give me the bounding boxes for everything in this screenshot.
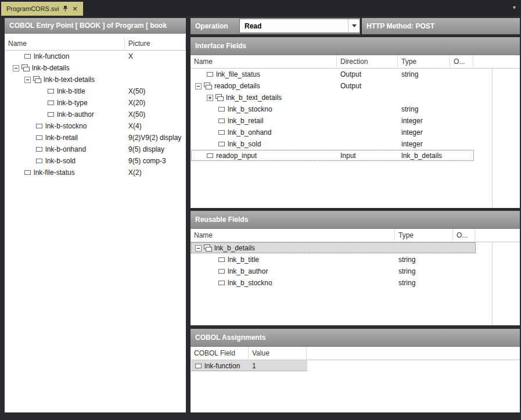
column-header-name[interactable]: Name [5,37,125,49]
field-icon [195,364,202,368]
column-header-name[interactable]: Name [191,229,395,241]
row-name-cell: lnk_b_onhand [191,128,271,137]
cobol-entry-point-panel: COBOL Entry Point [ BOOK ] of Program [ … [5,18,186,412]
table-row[interactable]: lnk-b-onhand9(5) display [5,143,186,155]
row-cell: string [398,267,415,275]
interface-fields-section: Interface Fields NameDirectionTypeO...ln… [191,37,520,208]
field-icon [207,72,213,77]
row-cell: string [401,105,418,113]
row-name-cell: readop_details [191,82,260,90]
tab-programcors-svi[interactable]: ProgramCORS.svi ✕ [1,2,83,16]
table-row[interactable]: lnk-b-text-details [5,74,186,85]
table-row[interactable]: lnk-functionX [5,51,186,62]
expand-icon[interactable] [207,95,213,101]
field-icon [218,119,225,123]
column-header-type[interactable]: Type [395,229,453,241]
row-name-cell: lnk-b-title [5,87,85,95]
row-cell: 9(2)V9(2) display [128,134,181,142]
row-cell: 1 [252,362,256,370]
chevron-down-icon[interactable]: ▾ [513,4,516,10]
row-name-cell: lnk-b-text-details [5,76,95,84]
interface-fields-header: Interface Fields [191,37,520,55]
row-cell: Output [340,82,361,90]
table-row[interactable]: lnk-b-typeX(20) [5,97,186,109]
row-label: lnk-file-status [34,168,75,177]
row-name-cell: readop_input [191,152,257,160]
table-row[interactable]: lnk_b_authorstring [191,265,520,277]
http-method-label: HTTP Method: POST [362,18,520,34]
row-name-cell: lnk-b-details [5,64,70,72]
column-header-direction[interactable]: Direction [337,55,398,67]
column-header-type[interactable]: Type [398,55,450,67]
table-row[interactable]: lnk-b-sold9(5) comp-3 [5,155,186,167]
table-row[interactable]: lnk-function1 [191,360,520,372]
column-header-o-[interactable]: O... [450,55,473,67]
row-label: lnk-b-details [32,64,70,72]
operation-select[interactable]: Read [239,19,360,33]
collapse-icon[interactable] [195,83,202,89]
field-icon [36,159,42,163]
operation-label: Operation [191,18,239,34]
field-icon [218,281,225,285]
table-row[interactable]: lnk_file_statusOutputstring [191,69,520,80]
row-cell: Input [340,152,356,160]
column-header-name[interactable]: Name [191,55,337,67]
row-cell: X(4) [128,122,142,130]
row-name-cell: lnk-function [191,362,240,370]
field-icon [36,147,42,152]
row-label: lnk-b-sold [45,157,76,165]
table-row[interactable]: lnk_b_details [191,242,520,254]
table-row[interactable]: lnk_b_stocknostring [191,277,520,289]
column-header-cobol-field[interactable]: COBOL Field [191,347,249,359]
operation-toolbar: Operation Read HTTP Method: POST [191,18,520,34]
column-header-o-[interactable]: O... [453,229,475,241]
table-row[interactable]: readop_inputInputlnk_b_details [191,150,520,161]
table-row[interactable]: lnk-b-stocknoX(4) [5,120,186,132]
collapse-icon[interactable] [195,245,202,252]
collapse-icon[interactable] [24,77,31,83]
row-label: lnk_b_details [214,244,255,252]
row-name-cell: lnk-file-status [5,168,75,177]
table-row[interactable]: lnk-b-details [5,62,186,74]
row-cell: X(2) [128,168,142,177]
table-row[interactable]: lnk_b_text_details [191,92,520,103]
reusable-fields-header: Reusable Fields [191,211,520,229]
close-icon[interactable]: ✕ [72,6,77,12]
chevron-down-icon[interactable] [348,19,360,33]
row-label: readop_input [216,152,257,160]
table-row[interactable]: lnk_b_retailinteger [191,115,520,127]
row-name-cell: lnk-b-stockno [5,122,87,130]
table-edge-line [492,55,493,208]
table-row[interactable]: readop_detailsOutput [191,80,520,92]
operation-selected-value: Read [240,22,348,30]
table-row[interactable]: lnk-b-retail9(2)V9(2) display [5,132,186,143]
table-row[interactable]: lnk_b_onhandinteger [191,127,520,138]
table-row[interactable]: lnk_b_stocknostring [191,103,520,115]
table-row[interactable]: lnk-b-titleX(50) [5,85,186,97]
pin-icon[interactable] [63,5,68,12]
column-header-picture[interactable]: Picture [125,37,186,49]
field-icon [218,107,225,112]
table-edge-line [492,229,493,325]
row-name-cell: lnk-function [5,52,69,60]
row-cell: string [398,256,415,264]
row-cell: string [401,70,418,78]
row-label: lnk_b_author [228,267,268,275]
row-name-cell: lnk_b_sold [191,140,261,148]
row-name-cell: lnk_file_status [191,70,260,78]
row-cell: X(50) [128,87,145,95]
row-label: lnk-b-text-details [44,76,95,84]
row-cell: X(50) [128,110,145,119]
table-row[interactable]: lnk_b_titlestring [191,254,520,265]
table-header-row: NameTypeO... [191,229,520,242]
row-label: lnk_b_sold [228,140,261,148]
table-row[interactable]: lnk-file-statusX(2) [5,167,186,178]
table-row[interactable]: lnk-b-authorX(50) [5,109,186,120]
collapse-icon[interactable] [13,65,19,71]
row-cell: string [398,279,415,287]
table-row[interactable]: lnk_b_soldinteger [191,138,520,150]
column-header-value[interactable]: Value [249,347,307,359]
row-label: lnk-b-type [57,99,88,107]
cobol-assignments-table: COBOL FieldValuelnk-function1 [191,347,520,412]
field-icon [207,153,213,158]
